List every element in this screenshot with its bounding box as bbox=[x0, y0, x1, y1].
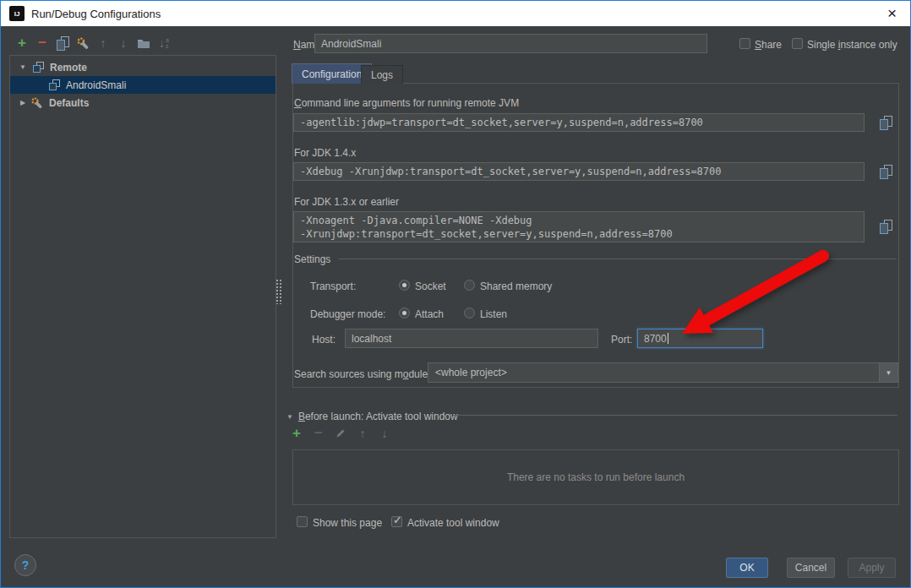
activate-tool-window-checkbox[interactable] bbox=[391, 516, 402, 527]
remove-task-button[interactable]: − bbox=[310, 425, 327, 442]
tab-logs[interactable]: Logs bbox=[361, 65, 403, 84]
expand-open-icon[interactable]: ▼ bbox=[19, 63, 27, 71]
cmdline-field[interactable]: -agentlib:jdwp=transport=dt_socket,serve… bbox=[293, 113, 865, 132]
search-sources-combobox[interactable]: <whole project> ▼ bbox=[428, 362, 898, 383]
remove-configuration-button[interactable]: − bbox=[34, 35, 51, 52]
tree-item-defaults[interactable]: ▶ Defaults bbox=[10, 94, 275, 112]
host-label: Host: bbox=[312, 334, 335, 346]
single-instance-checkbox[interactable] bbox=[792, 38, 803, 49]
debugger-attach-radio[interactable] bbox=[399, 308, 410, 318]
port-label: Port: bbox=[611, 334, 632, 346]
pencil-icon bbox=[335, 427, 346, 439]
copy-icon bbox=[57, 36, 69, 51]
move-up-button[interactable]: ↑ bbox=[95, 35, 112, 52]
close-icon[interactable]: × bbox=[882, 6, 902, 21]
sort-alphabetically-icon: ↓ az bbox=[159, 36, 169, 50]
before-launch-toolbar: + − ↑ ↓ bbox=[288, 425, 393, 442]
add-configuration-button[interactable]: + bbox=[14, 35, 30, 52]
show-this-page-label: Show this page bbox=[313, 517, 382, 529]
remove-icon: − bbox=[314, 427, 323, 440]
cmdline-label: Command line arguments for running remot… bbox=[294, 97, 519, 109]
remote-config-icon bbox=[31, 62, 45, 74]
ok-button[interactable]: OK bbox=[726, 558, 768, 578]
transport-shared-memory-radio[interactable] bbox=[464, 280, 475, 291]
tree-item-label: AndroidSmali bbox=[66, 79, 126, 91]
cancel-button[interactable]: Cancel bbox=[787, 558, 835, 578]
wrench-gear-icon bbox=[30, 96, 44, 110]
move-up-icon: ↑ bbox=[360, 427, 366, 440]
sort-configurations-button[interactable]: ↓ az bbox=[155, 35, 172, 52]
before-launch-title: Before launch: Activate tool window bbox=[298, 411, 458, 422]
tree-item-label: Remote bbox=[50, 62, 87, 74]
move-down-icon: ↓ bbox=[121, 36, 127, 50]
activate-tool-window-label: Activate tool window bbox=[407, 517, 499, 529]
move-task-up-button[interactable]: ↑ bbox=[354, 425, 371, 442]
red-arrow-annotation bbox=[660, 237, 846, 351]
collapse-arrow-icon[interactable]: ▼ bbox=[286, 413, 293, 421]
single-instance-label: Single instance only bbox=[807, 39, 897, 51]
copy-jdk13-button[interactable] bbox=[876, 217, 895, 236]
title-bar: IJ Run/Debug Configurations × bbox=[1, 1, 910, 26]
copy-cmdline-button[interactable] bbox=[876, 113, 895, 132]
debugger-attach-label: Attach bbox=[415, 308, 444, 320]
run-debug-configurations-dialog: IJ Run/Debug Configurations × + − ↑ ↓ ↓ … bbox=[0, 0, 911, 588]
copy-jdk14-button[interactable] bbox=[876, 162, 895, 181]
show-this-page-checkbox[interactable] bbox=[297, 516, 308, 527]
tree-item-remote[interactable]: ▼ Remote bbox=[10, 58, 275, 76]
debugger-listen-radio[interactable] bbox=[464, 308, 475, 318]
configurations-tree: ▼ Remote AndroidSmali ▶ Defaults bbox=[9, 55, 276, 538]
combo-arrow-icon[interactable]: ▼ bbox=[879, 363, 897, 382]
jdk14-field[interactable]: -Xdebug -Xrunjdwp:transport=dt_socket,se… bbox=[293, 162, 865, 181]
copy-icon bbox=[880, 116, 892, 130]
jdk14-label: For JDK 1.4.x bbox=[294, 147, 356, 159]
help-button[interactable]: ? bbox=[14, 554, 36, 576]
transport-socket-label: Socket bbox=[415, 280, 446, 292]
add-task-button[interactable]: + bbox=[288, 425, 305, 442]
transport-socket-radio[interactable] bbox=[399, 280, 410, 291]
wrench-gear-icon bbox=[76, 36, 90, 51]
move-down-button[interactable]: ↓ bbox=[115, 35, 132, 52]
empty-tasks-message: There are no tasks to run before launch bbox=[507, 471, 685, 483]
jdk13-label: For JDK 1.3.x or earlier bbox=[294, 196, 399, 208]
help-icon: ? bbox=[22, 558, 30, 572]
settings-group-label: Settings bbox=[294, 253, 330, 265]
host-input[interactable]: localhost bbox=[345, 329, 598, 348]
before-launch-task-list: There are no tasks to run before launch bbox=[292, 449, 899, 505]
expand-closed-icon[interactable]: ▶ bbox=[19, 99, 27, 106]
tree-item-label: Defaults bbox=[49, 97, 89, 109]
before-launch-header[interactable]: ▼ Before launch: Activate tool window bbox=[286, 411, 458, 422]
copy-configuration-button[interactable] bbox=[54, 35, 71, 52]
move-down-icon: ↓ bbox=[382, 427, 388, 440]
configurations-toolbar: + − ↑ ↓ ↓ az bbox=[14, 35, 172, 52]
dialog-title: Run/Debug Configurations bbox=[31, 8, 161, 20]
remove-icon: − bbox=[38, 36, 46, 50]
remote-config-icon bbox=[47, 79, 61, 91]
name-input[interactable]: AndroidSmali bbox=[314, 34, 707, 53]
edit-defaults-button[interactable] bbox=[74, 35, 91, 52]
intellij-logo-icon: IJ bbox=[9, 6, 25, 21]
apply-button[interactable]: Apply bbox=[848, 558, 896, 578]
debugger-mode-label: Debugger mode: bbox=[310, 308, 385, 320]
before-launch-separator bbox=[453, 415, 897, 416]
add-icon: + bbox=[292, 427, 301, 440]
folder-icon bbox=[137, 36, 150, 50]
splitter-handle[interactable] bbox=[275, 279, 282, 304]
copy-icon bbox=[880, 165, 892, 179]
create-folder-button[interactable] bbox=[135, 35, 152, 52]
move-up-icon: ↑ bbox=[101, 36, 106, 50]
share-checkbox[interactable] bbox=[739, 38, 750, 49]
copy-icon bbox=[880, 220, 892, 234]
add-icon: + bbox=[18, 36, 26, 50]
move-task-down-button[interactable]: ↓ bbox=[376, 425, 393, 442]
transport-label: Transport: bbox=[310, 280, 356, 292]
transport-shared-memory-label: Shared memory bbox=[480, 280, 552, 292]
debugger-listen-label: Listen bbox=[480, 308, 507, 320]
edit-task-button[interactable] bbox=[332, 425, 349, 442]
share-label: Share bbox=[755, 39, 782, 51]
tree-item-androidsmali[interactable]: AndroidSmali bbox=[10, 76, 275, 94]
